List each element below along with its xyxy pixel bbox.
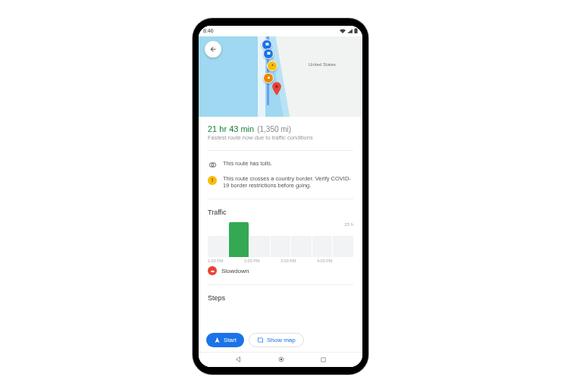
- android-nav-bar: [199, 352, 362, 367]
- start-button[interactable]: Start: [206, 333, 244, 347]
- route-title: 21 hr 43 min (1,350 mi): [208, 124, 353, 133]
- svg-rect-3: [267, 52, 270, 55]
- traffic-extra-label: 25 h: [344, 222, 353, 227]
- destination-pin-icon: [271, 82, 282, 93]
- svg-rect-1: [356, 28, 356, 29]
- svg-rect-13: [321, 357, 325, 361]
- svg-point-12: [280, 359, 282, 361]
- svg-rect-2: [265, 42, 268, 45]
- wifi-icon: [340, 29, 346, 33]
- show-map-label: Show map: [267, 337, 296, 343]
- svg-point-5: [275, 85, 278, 88]
- show-map-button[interactable]: Show map: [249, 333, 304, 347]
- traffic-xaxis: 1:00 PM 2:00 PM 3:00 PM 4:00 PM: [208, 259, 353, 263]
- traffic-bar: [271, 236, 291, 257]
- signal-icon: [347, 29, 353, 33]
- slowdown-label: Slowdown: [221, 268, 249, 274]
- traffic-bar-current: [229, 222, 249, 257]
- nav-home-icon[interactable]: [277, 356, 285, 363]
- route-distance: (1,350 mi): [257, 125, 291, 133]
- map-icon: [257, 337, 264, 343]
- slowdown-badge-icon: [208, 266, 217, 275]
- battery-icon: [354, 28, 358, 33]
- xaxis-label: 1:00 PM: [208, 259, 244, 263]
- svg-rect-0: [354, 29, 357, 33]
- route-card: 21 hr 43 min (1,350 mi) Fastest route no…: [199, 117, 362, 327]
- traffic-bar: [291, 236, 312, 257]
- traffic-bar: [208, 236, 228, 257]
- map-area[interactable]: United States: [199, 26, 362, 117]
- arrow-left-icon: [209, 45, 217, 53]
- bottom-action-bar: Start Show map: [199, 327, 362, 352]
- traffic-bar: [249, 236, 270, 257]
- construction-icon: [267, 61, 277, 71]
- steps-heading: Steps: [208, 294, 353, 302]
- route-duration: 21 hr 43 min: [208, 124, 254, 133]
- svg-point-4: [268, 77, 270, 79]
- nav-back-icon[interactable]: [234, 356, 242, 363]
- svg-point-10: [213, 271, 214, 272]
- svg-point-9: [211, 271, 212, 272]
- traffic-chart: 25 h: [208, 222, 353, 257]
- divider: [208, 150, 353, 151]
- xaxis-label: 2:00 PM: [244, 259, 280, 263]
- traffic-heading: Traffic: [208, 209, 353, 216]
- start-label: Start: [224, 337, 237, 343]
- slowdown-row: Slowdown: [208, 266, 353, 275]
- route-point-icon: [263, 49, 274, 59]
- warning-icon: !: [208, 176, 217, 185]
- xaxis-label: 3:00 PM: [280, 259, 317, 263]
- border-text: This route crosses a country border. Ver…: [223, 175, 353, 190]
- toll-icon: [208, 160, 217, 169]
- status-icons: [340, 28, 358, 33]
- navigate-icon: [214, 337, 221, 343]
- border-notice: ! This route crosses a country border. V…: [208, 175, 353, 190]
- map-ocean: [199, 26, 293, 117]
- toll-text: This route has tolls.: [223, 160, 353, 168]
- status-bar: 8:46: [199, 26, 362, 36]
- traffic-bar: [312, 236, 333, 257]
- phone-frame: 8:46 United States: [193, 18, 368, 375]
- route-subtitle: Fastest route now due to traffic conditi…: [208, 134, 353, 141]
- status-time: 8:46: [203, 28, 214, 33]
- xaxis-label: 4:00 PM: [317, 259, 353, 263]
- divider: [208, 284, 353, 285]
- map-country-label: United States: [309, 62, 336, 67]
- nav-recent-icon[interactable]: [320, 356, 327, 363]
- back-button[interactable]: [205, 41, 221, 58]
- divider: [208, 199, 353, 199]
- traffic-bar: [333, 236, 353, 257]
- toll-notice: This route has tolls.: [208, 160, 353, 169]
- phone-screen: 8:46 United States: [199, 26, 362, 367]
- svg-rect-8: [211, 270, 215, 271]
